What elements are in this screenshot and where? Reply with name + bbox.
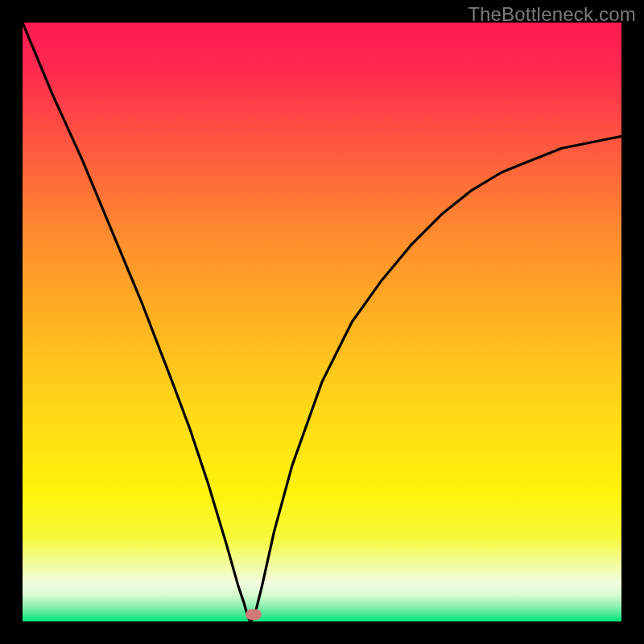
- outer-frame: TheBottleneck.com: [0, 0, 644, 644]
- plot-area: [23, 23, 621, 621]
- optimum-marker: [246, 609, 262, 620]
- bottleneck-curve: [23, 23, 621, 621]
- watermark-text: TheBottleneck.com: [468, 3, 636, 26]
